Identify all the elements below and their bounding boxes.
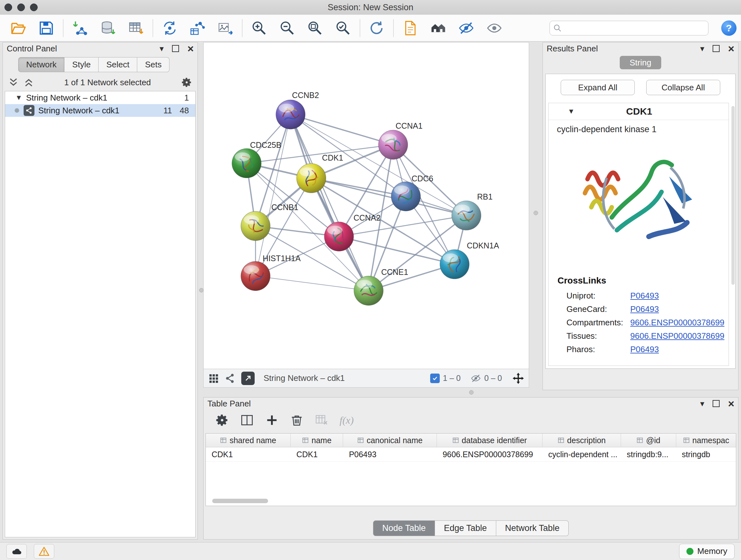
gear-icon[interactable]	[181, 77, 192, 88]
table-cell[interactable]: P06493	[343, 447, 436, 461]
table-cell[interactable]: cyclin-dependent ...	[542, 447, 621, 461]
network-node-RB1[interactable]	[452, 201, 481, 230]
network-node-CDKN1A[interactable]	[440, 250, 469, 279]
tab-style[interactable]: Style	[64, 57, 98, 72]
crosslink-link[interactable]: 9606.ENSP00000378699	[630, 331, 724, 341]
search-box[interactable]	[549, 21, 709, 36]
column-header[interactable]: description	[542, 434, 621, 447]
network-node-CCNB2[interactable]	[276, 100, 306, 129]
import-network-file-button[interactable]	[66, 17, 94, 40]
collapse-all-button[interactable]: Collapse All	[646, 80, 720, 95]
table-cell[interactable]: stringdb	[676, 447, 736, 461]
splitter-handle[interactable]	[199, 288, 204, 293]
open-session-button[interactable]	[4, 17, 32, 40]
new-network-button[interactable]	[156, 17, 184, 40]
network-node-CCNA2[interactable]	[324, 222, 354, 251]
maximize-panel-icon[interactable]	[713, 400, 720, 407]
pan-crosshair-icon[interactable]	[512, 372, 524, 384]
grid-view-icon[interactable]	[208, 373, 219, 384]
float-panel-icon[interactable]: ▾	[700, 44, 704, 53]
hide-selected-button[interactable]	[452, 17, 480, 40]
maximize-panel-icon[interactable]	[713, 45, 720, 52]
column-header[interactable]: canonical name	[343, 434, 437, 447]
crosslink-link[interactable]: P06493	[630, 345, 659, 354]
close-panel-icon[interactable]: ×	[728, 398, 734, 409]
network-edge-CCNB2-CCNE1[interactable]	[290, 115, 368, 291]
cloud-status-button[interactable]	[6, 544, 27, 559]
close-panel-icon[interactable]: ×	[187, 43, 194, 54]
tab-node-table[interactable]: Node Table	[373, 520, 435, 536]
open-in-new-window-button[interactable]	[241, 372, 255, 385]
column-header[interactable]: database identifier	[437, 434, 542, 447]
tab-edge-table[interactable]: Edge Table	[435, 520, 496, 536]
disclosure-triangle-icon[interactable]: ▼	[568, 107, 575, 116]
search-input[interactable]	[562, 23, 705, 33]
table-row[interactable]: CDK1 CDK1 P06493 9606.ENSP00000378699 cy…	[206, 447, 736, 462]
network-edge-HIST1H1A-CCNE1[interactable]	[256, 276, 368, 291]
tab-sets[interactable]: Sets	[137, 57, 170, 72]
delete-column-icon[interactable]	[290, 413, 304, 427]
column-header[interactable]: namespac	[676, 434, 736, 447]
warnings-button[interactable]	[34, 544, 54, 559]
crosslink-link[interactable]: P06493	[630, 291, 659, 301]
selected-checkbox-icon[interactable]	[430, 374, 440, 383]
tab-network[interactable]: Network	[18, 57, 64, 72]
network-node-CCNE1[interactable]	[354, 276, 383, 306]
network-table-button[interactable]	[184, 17, 212, 40]
help-button[interactable]: ?	[721, 20, 737, 36]
network-node-CDK1[interactable]	[296, 164, 326, 193]
save-session-button[interactable]	[32, 17, 61, 40]
table-gear-icon[interactable]	[215, 413, 229, 427]
table-cell[interactable]: stringdb:9...	[621, 447, 676, 461]
add-column-icon[interactable]	[265, 413, 279, 427]
first-neighbors-button[interactable]	[424, 17, 453, 40]
tab-string[interactable]: String	[620, 56, 661, 69]
table-horizontal-scrollbar[interactable]	[212, 499, 268, 503]
network-edge-CCNB2-CCNA1[interactable]	[290, 115, 393, 145]
splitter-handle[interactable]	[534, 211, 538, 215]
network-node-CDC6[interactable]	[391, 182, 421, 211]
expand-all-button[interactable]: Expand All	[561, 80, 635, 95]
network-collection-row[interactable]: ▼ String Network – cdk1 1	[5, 91, 195, 104]
tab-network-table[interactable]: Network Table	[496, 520, 569, 536]
float-panel-icon[interactable]: ▾	[159, 44, 164, 53]
tab-select[interactable]: Select	[98, 57, 137, 72]
zoom-fit-button[interactable]	[301, 17, 329, 40]
zoom-out-button[interactable]	[273, 17, 301, 40]
column-header[interactable]: @id	[621, 434, 676, 447]
zoom-in-button[interactable]	[245, 17, 273, 40]
maximize-panel-icon[interactable]	[172, 45, 179, 52]
show-columns-icon[interactable]	[240, 413, 254, 427]
export-image-button[interactable]	[212, 17, 240, 40]
refresh-layout-button[interactable]	[363, 17, 391, 40]
splitter-handle[interactable]	[469, 390, 474, 395]
network-node-CCNB1[interactable]	[241, 211, 270, 241]
network-row[interactable]: String Network – cdk1 11 48	[5, 104, 195, 117]
network-node-CDC25B[interactable]	[232, 148, 261, 178]
network-overview-icon[interactable]	[225, 373, 235, 384]
table-cell[interactable]: 9606.ENSP00000378699	[437, 447, 542, 461]
network-edge-CCNB2-HIST1H1A[interactable]	[256, 115, 291, 276]
expand-all-icon[interactable]	[23, 77, 34, 88]
close-panel-icon[interactable]: ×	[728, 43, 734, 54]
show-all-button[interactable]	[480, 17, 509, 40]
network-node-CCNA1[interactable]	[379, 130, 408, 159]
disclosure-triangle-icon[interactable]: ▼	[15, 94, 22, 102]
network-node-HIST1H1A[interactable]	[241, 261, 270, 291]
memory-button[interactable]: Memory	[679, 544, 735, 559]
annotation-button[interactable]	[396, 17, 424, 40]
column-header[interactable]: name	[291, 434, 343, 447]
collapse-all-icon[interactable]	[8, 77, 19, 88]
crosslink-link[interactable]: P06493	[630, 304, 659, 314]
gene-section-header[interactable]: ▼ CDK1	[549, 103, 729, 120]
table-cell[interactable]: CDK1	[291, 447, 343, 461]
crosslink-link[interactable]: 9606.ENSP00000378699	[630, 318, 724, 327]
zoom-selected-button[interactable]	[329, 17, 357, 40]
float-panel-icon[interactable]: ▾	[700, 399, 704, 408]
results-scrollbar[interactable]	[731, 106, 735, 285]
import-table-button[interactable]	[122, 17, 150, 40]
import-network-database-button[interactable]	[94, 17, 122, 40]
table-cell[interactable]: CDK1	[206, 447, 291, 461]
column-header[interactable]: shared name	[206, 434, 291, 447]
network-canvas[interactable]: CCNB2CCNA1CDC25BCDK1CDC6RB1CCNB1CCNA2CDK…	[204, 43, 529, 369]
